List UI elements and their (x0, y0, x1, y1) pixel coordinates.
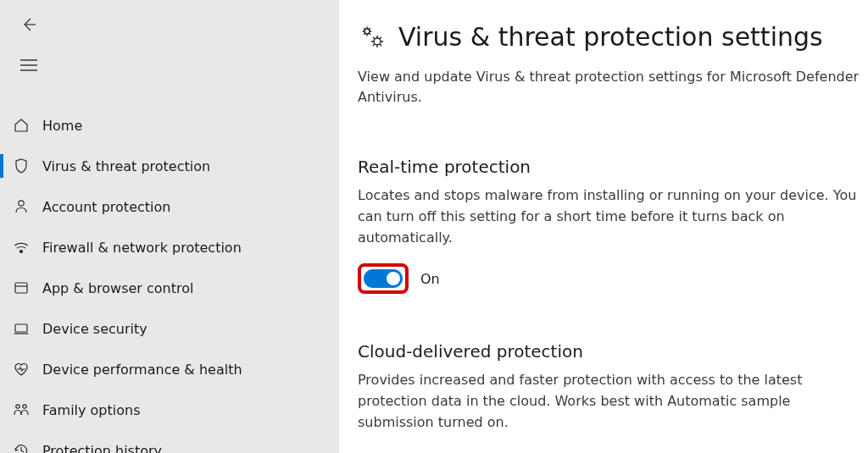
section-cloud-delivered-protection: Cloud-delivered protection Provides incr… (358, 341, 860, 433)
toggle-row: On (358, 263, 860, 294)
hamburger-menu-button[interactable] (15, 52, 42, 80)
sidebar-item-app-browser-control[interactable]: App & browser control (0, 268, 339, 308)
svg-point-10 (16, 405, 19, 408)
page-title-row: Virus & threat protection settings (358, 22, 860, 52)
svg-point-12 (364, 29, 370, 34)
toggle-thumb (387, 272, 400, 285)
device-security-icon (12, 319, 31, 338)
svg-rect-6 (15, 283, 27, 293)
sidebar-item-label: Device performance & health (42, 362, 242, 378)
sidebar-item-account-protection[interactable]: Account protection (0, 186, 339, 227)
sidebar-item-device-security[interactable]: Device security (0, 308, 339, 349)
svg-point-13 (374, 38, 381, 45)
sidebar-item-family-options[interactable]: Family options (0, 389, 339, 430)
app-browser-icon (12, 279, 31, 297)
sidebar-item-label: Device security (42, 321, 147, 337)
svg-point-5 (20, 251, 23, 253)
sidebar-item-protection-history[interactable]: Protection history (0, 430, 339, 453)
history-icon (12, 441, 31, 453)
sidebar-item-label: Account protection (42, 199, 170, 215)
page-subtitle: View and update Virus & threat protectio… (358, 67, 860, 108)
section-realtime-protection: Real-time protection Locates and stops m… (358, 157, 860, 294)
section-description: Provides increased and faster protection… (358, 370, 860, 433)
gears-icon (358, 23, 387, 52)
sidebar-item-label: Home (42, 118, 82, 134)
sidebar-item-home[interactable]: Home (0, 105, 339, 146)
home-icon (12, 116, 31, 135)
sidebar: Home Virus & threat protection Account p… (0, 0, 339, 453)
sidebar-item-virus-threat-protection[interactable]: Virus & threat protection (0, 146, 339, 186)
sidebar-item-firewall-network[interactable]: Firewall & network protection (0, 227, 339, 268)
arrow-left-icon (20, 16, 37, 36)
sidebar-item-label: Virus & threat protection (42, 158, 210, 174)
hamburger-icon (20, 59, 37, 74)
section-title: Cloud-delivered protection (358, 341, 860, 362)
section-description: Locates and stops malware from installin… (358, 185, 860, 248)
sidebar-nav: Home Virus & threat protection Account p… (0, 105, 339, 453)
network-icon (12, 238, 31, 257)
shield-icon (12, 157, 31, 175)
person-icon (12, 197, 31, 216)
sidebar-item-label: Firewall & network protection (42, 240, 242, 256)
toggle-highlight (358, 263, 409, 294)
section-title: Real-time protection (358, 157, 860, 177)
svg-point-11 (23, 405, 26, 408)
heart-pulse-icon (12, 360, 31, 378)
sidebar-item-label: App & browser control (42, 280, 193, 296)
toggle-state-label: On (420, 271, 440, 287)
svg-rect-8 (15, 324, 27, 332)
svg-point-4 (19, 201, 24, 206)
family-icon (12, 401, 31, 419)
sidebar-top-controls (0, 12, 339, 105)
sidebar-item-label: Family options (42, 402, 141, 418)
page-title: Virus & threat protection settings (398, 22, 823, 52)
sidebar-item-device-performance-health[interactable]: Device performance & health (0, 349, 339, 389)
realtime-protection-toggle[interactable] (364, 269, 403, 288)
sidebar-item-label: Protection history (42, 443, 162, 454)
back-button[interactable] (15, 12, 42, 39)
main-content: Virus & threat protection settings View … (339, 0, 868, 453)
